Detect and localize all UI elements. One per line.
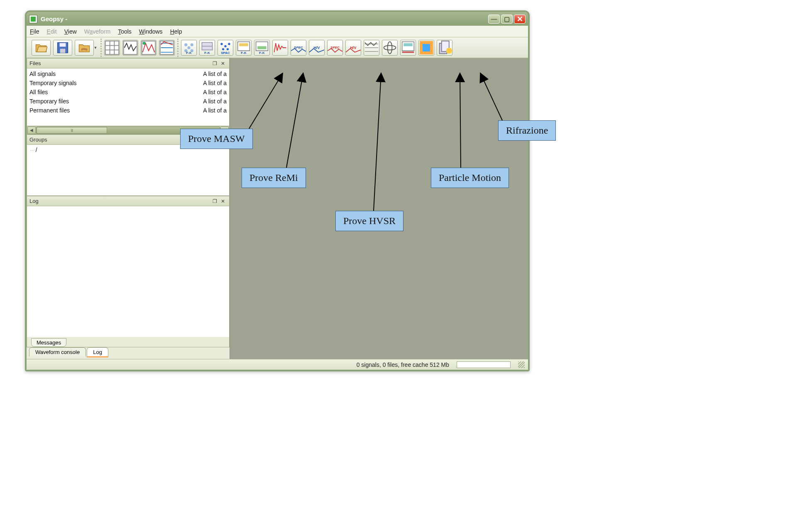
recent-folder-button[interactable] [75, 40, 94, 56]
particle-motion-button[interactable] [382, 40, 398, 56]
groups-tree[interactable]: / [27, 145, 229, 195]
fk2-button[interactable]: F-K [199, 40, 215, 56]
scroll-left-icon[interactable]: ◀ [27, 127, 36, 134]
status-text: 0 signals, 0 files, free cache 512 Mb [357, 361, 449, 368]
files-dock: Files ❐ ✕ All signalsA list of a Tempora… [27, 58, 230, 134]
menubar: FFileile EditEdit ViewView WaveformWavef… [27, 26, 528, 37]
signal1-button[interactable] [122, 40, 138, 56]
progress-bar [457, 361, 511, 368]
titlebar: Geopsy - — ▢ ✕ [27, 12, 528, 26]
table-button[interactable] [104, 40, 120, 56]
svg-rect-27 [257, 46, 266, 49]
maximize-button[interactable]: ▢ [501, 15, 513, 24]
svg-point-35 [446, 48, 452, 54]
svg-point-16 [187, 46, 190, 49]
svg-point-19 [220, 43, 222, 45]
window-title: Geopsy - [41, 15, 488, 22]
fk1-button[interactable]: F-K [181, 40, 197, 56]
callout-remi: Prove ReMi [242, 168, 306, 188]
resize-grip[interactable] [518, 361, 525, 368]
files-list[interactable]: All signalsA list of a Temporary signals… [27, 68, 229, 126]
menu-waveform: WaveformWaveform [84, 28, 110, 35]
menu-view[interactable]: ViewView [64, 28, 77, 35]
svg-rect-25 [239, 43, 248, 46]
tab-messages[interactable]: Messages [31, 338, 66, 347]
hv-button[interactable]: H/V [309, 40, 325, 56]
spac-button[interactable]: SPAC [218, 40, 233, 56]
svg-rect-3 [105, 41, 119, 54]
callout-hvsr: Prove HVSR [335, 211, 403, 231]
statusbar: 0 signals, 0 files, free cache 512 Mb [27, 359, 528, 370]
bottom-tab-bar: Waveform console Log [27, 347, 230, 359]
files-dock-close-icon[interactable]: ✕ [219, 60, 227, 67]
menu-file[interactable]: FFileile [30, 28, 39, 35]
spec2-button[interactable]: SPEC [291, 40, 306, 56]
svg-rect-26 [256, 41, 268, 51]
application-window: Geopsy - — ▢ ✕ FFileile EditEdit ViewVie… [25, 10, 530, 371]
svg-rect-32 [423, 44, 430, 51]
list-item: Temporary signalsA list of a [29, 78, 227, 88]
main-canvas [230, 58, 528, 359]
app-icon [29, 15, 37, 23]
svg-point-13 [191, 43, 193, 46]
save-button[interactable] [53, 40, 72, 56]
refraction-button[interactable] [400, 40, 416, 56]
log-dock-float-icon[interactable]: ❐ [211, 198, 218, 205]
tab-log[interactable]: Log [87, 347, 108, 357]
scroll-thumb[interactable] [37, 127, 107, 134]
svg-point-12 [184, 43, 187, 46]
menu-tools[interactable]: ToolsTools [118, 28, 132, 35]
toolbar: ▼ F-K F-K SPAC F-K F-K SPEC H/V SPEC H/V [27, 37, 528, 58]
files-dock-float-icon[interactable]: ❐ [211, 60, 218, 67]
callout-particle-motion: Particle Motion [431, 168, 509, 188]
callout-masw: Prove MASW [180, 129, 253, 149]
left-pane: Files ❐ ✕ All signalsA list of a Tempora… [27, 58, 230, 359]
files-dock-title: Files [29, 60, 210, 66]
list-item: Temporary filesA list of a [29, 97, 227, 106]
svg-point-23 [227, 48, 229, 50]
svg-rect-2 [60, 49, 66, 53]
export-button[interactable] [437, 40, 452, 56]
signal2-button[interactable] [141, 40, 156, 56]
svg-point-21 [228, 43, 230, 45]
svg-point-20 [224, 45, 226, 47]
fk3-button[interactable]: F-K [236, 40, 252, 56]
menu-windows[interactable]: WindowsWindows [139, 28, 163, 35]
close-button[interactable]: ✕ [514, 15, 526, 24]
tab-waveform-console[interactable]: Waveform console [29, 347, 86, 356]
hv-red-button[interactable]: SPEC [327, 40, 343, 56]
fk4-button[interactable]: F-K [254, 40, 270, 56]
list-item: Permanent filesA list of a [29, 106, 227, 115]
log-dock-close-icon[interactable]: ✕ [219, 198, 227, 205]
open-button[interactable] [32, 40, 51, 56]
log-dock: Log ❐ ✕ Messages [27, 196, 230, 347]
svg-point-10 [143, 41, 146, 44]
log-textarea[interactable] [27, 206, 229, 337]
window-controls: — ▢ ✕ [488, 15, 526, 24]
list-item: All signalsA list of a [29, 69, 227, 78]
svg-rect-29 [403, 43, 413, 46]
signal3-button[interactable] [159, 40, 175, 56]
svg-point-22 [222, 48, 224, 50]
log-dock-title: Log [29, 198, 210, 204]
menu-edit: EditEdit [47, 28, 57, 35]
list-item: All filesA list of a [29, 88, 227, 97]
map-button[interactable] [418, 40, 434, 56]
wave-button[interactable] [364, 40, 379, 56]
hv-blue-button[interactable]: H/V [345, 40, 361, 56]
callout-rifrazione: Rifrazione [498, 120, 556, 141]
svg-rect-1 [60, 43, 66, 46]
minimize-button[interactable]: — [488, 15, 500, 24]
menu-help[interactable]: HelpHelp [170, 28, 182, 35]
spectrum-button[interactable] [272, 40, 288, 56]
